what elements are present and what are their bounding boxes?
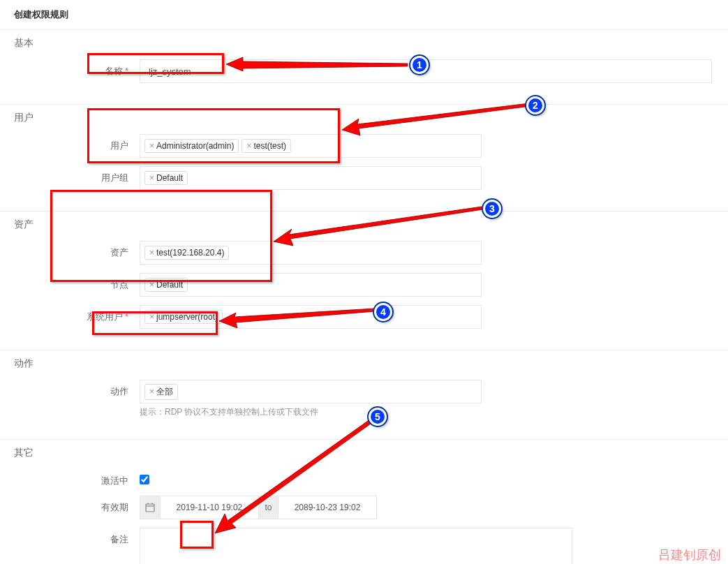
close-icon[interactable]: ×: [149, 173, 154, 183]
close-icon[interactable]: ×: [149, 141, 154, 151]
calendar-icon: [140, 496, 161, 519]
asset-tag-input[interactable]: ×test(192.168.20.4): [140, 241, 482, 265]
date-from-input[interactable]: [161, 496, 258, 519]
page-title: 创建权限规则: [0, 0, 728, 29]
remark-textarea[interactable]: [140, 528, 572, 564]
section-title-asset: 资产: [14, 218, 714, 231]
date-range[interactable]: to: [140, 496, 377, 519]
tag-item[interactable]: ×test(192.168.20.4): [144, 246, 229, 260]
user-label: 用户: [110, 140, 128, 151]
tag-item[interactable]: ×test(test): [242, 139, 291, 153]
tag-item[interactable]: ×Administrator(admin): [144, 139, 239, 153]
section-title-user: 用户: [14, 112, 714, 124]
active-checkbox[interactable]: [140, 475, 149, 484]
valid-label: 有效期: [101, 502, 128, 512]
tag-item[interactable]: ×Default: [144, 171, 188, 185]
asset-label: 资产: [110, 247, 128, 258]
sysuser-tag-input[interactable]: ×jumpserver(root): [140, 305, 482, 329]
date-to-input[interactable]: [278, 496, 376, 519]
action-tag-input[interactable]: ×全部: [140, 380, 482, 403]
active-label: 激活中: [101, 475, 128, 486]
user-tag-input[interactable]: ×Administrator(admin) ×test(test): [140, 134, 482, 158]
section-asset: 资产 资产 ×test(192.168.20.4) 节点 ×Default 系统…: [0, 211, 728, 350]
svg-rect-0: [146, 504, 154, 512]
usergroup-label: 用户组: [101, 172, 128, 183]
sysuser-label: 系统用户: [87, 311, 123, 322]
tag-item[interactable]: ×Default: [144, 278, 188, 292]
remark-label: 备注: [110, 534, 128, 544]
section-user: 用户 用户 ×Administrator(admin) ×test(test) …: [0, 104, 728, 211]
close-icon[interactable]: ×: [246, 141, 251, 151]
tag-item[interactable]: ×全部: [144, 384, 178, 400]
annotation-badge-3: 3: [483, 200, 501, 218]
close-icon[interactable]: ×: [149, 312, 154, 322]
annotation-badge-4: 4: [374, 303, 392, 321]
section-action: 动作 动作 ×全部 提示：RDP 协议不支持单独控制上传或下载文件: [0, 350, 728, 439]
close-icon[interactable]: ×: [149, 280, 154, 290]
annotation-badge-1: 1: [410, 56, 429, 74]
section-title-basic: 基本: [14, 37, 714, 50]
section-title-action: 动作: [14, 357, 714, 370]
date-separator: to: [258, 496, 278, 519]
close-icon[interactable]: ×: [149, 248, 154, 258]
close-icon[interactable]: ×: [149, 387, 154, 396]
action-label: 动作: [110, 386, 128, 396]
name-label: 名称: [105, 66, 123, 76]
section-basic: 基本 名称*: [0, 29, 728, 104]
section-other: 其它 激活中 有效期 to 备注: [0, 439, 728, 564]
node-tag-input[interactable]: ×Default: [140, 273, 482, 297]
required-mark: *: [125, 66, 128, 76]
required-mark: *: [125, 311, 128, 322]
tag-item[interactable]: ×jumpserver(root): [144, 310, 223, 324]
section-title-other: 其它: [14, 447, 714, 459]
usergroup-tag-input[interactable]: ×Default: [140, 166, 482, 190]
annotation-badge-5: 5: [369, 408, 387, 426]
annotation-badge-2: 2: [526, 96, 544, 114]
node-label: 节点: [110, 279, 128, 290]
action-hint: 提示：RDP 协议不支持单独控制上传或下载文件: [140, 406, 482, 418]
